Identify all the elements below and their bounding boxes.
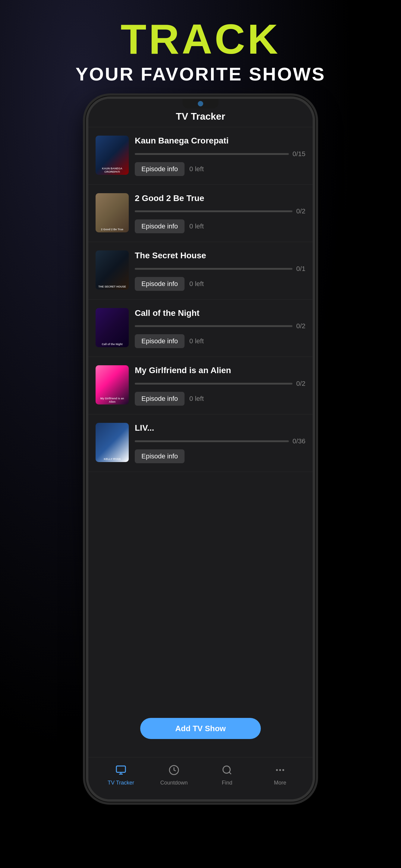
- thumb-label-2good: 2 Good 2 Be True: [97, 228, 127, 231]
- show-thumbnail-alien: My Girlfriend is an Alien: [96, 365, 129, 404]
- show-item-kbc[interactable]: KAUN BANEGA CROREPATI Kaun Banega Crorep…: [88, 127, 313, 185]
- hero-title: TRACK: [0, 18, 401, 60]
- left-label-kbc: 0 left: [189, 165, 204, 173]
- show-name-alien: My Girlfriend is an Alien: [135, 365, 305, 375]
- left-label-2good: 0 left: [189, 222, 204, 230]
- thumb-label-secret: THE SECRET HOUSE: [97, 285, 127, 288]
- progress-row-2good: 0/2: [135, 207, 305, 215]
- progress-row-alien: 0/2: [135, 380, 305, 388]
- episode-row-alien: Episode info 0 left: [135, 392, 305, 406]
- progress-bar-bg-kbc: [135, 153, 289, 155]
- progress-row-live: 0/36: [135, 437, 305, 445]
- show-name-live: LIV...: [135, 423, 305, 433]
- nav-label-countdown: Countdown: [160, 780, 188, 786]
- thumb-label-live: KELLY RYAN: [97, 458, 127, 461]
- show-info-2good: 2 Good 2 Be True 0/2 Episode info 0 left: [135, 193, 305, 234]
- progress-label-secret: 0/1: [296, 265, 305, 273]
- add-tv-show-button[interactable]: Add TV Show: [140, 718, 261, 739]
- thumb-label-alien: My Girlfriend is an Alien: [97, 397, 127, 404]
- nav-label-find: Find: [222, 780, 232, 786]
- progress-label-live: 0/36: [292, 437, 305, 445]
- add-tv-show-label: Add TV Show: [175, 724, 226, 733]
- show-info-live: LIV... 0/36 Episode info: [135, 423, 305, 463]
- svg-point-6: [276, 769, 278, 771]
- show-item-live[interactable]: KELLY RYAN LIV... 0/36 Episode info: [88, 414, 313, 472]
- episode-row-live: Episode info: [135, 450, 305, 463]
- show-item-secret[interactable]: THE SECRET HOUSE The Secret House 0/1 Ep…: [88, 242, 313, 300]
- hero-subtitle: YOUR FAVORITE SHOWS: [0, 63, 401, 85]
- tv-tracker-icon: [116, 765, 126, 777]
- svg-rect-0: [116, 766, 125, 772]
- phone-notch: [182, 99, 219, 108]
- nav-label-tv-tracker: TV Tracker: [107, 780, 134, 786]
- episode-row-call: Episode info 0 left: [135, 334, 305, 348]
- svg-line-5: [229, 772, 231, 774]
- episode-info-btn-secret[interactable]: Episode info: [135, 277, 185, 291]
- hero-section: TRACK YOUR FAVORITE SHOWS: [0, 18, 401, 85]
- progress-bar-bg-call: [135, 325, 292, 327]
- svg-point-4: [223, 766, 230, 773]
- progress-bar-bg-secret: [135, 268, 292, 270]
- progress-row-secret: 0/1: [135, 265, 305, 273]
- progress-bar-bg-alien: [135, 383, 292, 384]
- show-name-secret: The Secret House: [135, 250, 305, 261]
- episode-row-2good: Episode info 0 left: [135, 219, 305, 233]
- progress-label-call: 0/2: [296, 322, 305, 330]
- nav-item-tv-tracker[interactable]: TV Tracker: [94, 765, 148, 786]
- show-item-alien[interactable]: My Girlfriend is an Alien My Girlfriend …: [88, 357, 313, 414]
- show-thumbnail-kbc: KAUN BANEGA CROREPATI: [96, 135, 129, 175]
- show-thumbnail-secret: THE SECRET HOUSE: [96, 250, 129, 290]
- show-name-2good: 2 Good 2 Be True: [135, 193, 305, 204]
- show-thumbnail-call: Call of the Night: [96, 308, 129, 347]
- show-info-secret: The Secret House 0/1 Episode info 0 left: [135, 250, 305, 291]
- show-name-call: Call of the Night: [135, 308, 305, 318]
- progress-label-kbc: 0/15: [292, 150, 305, 158]
- nav-item-more[interactable]: More: [253, 765, 307, 786]
- find-icon: [222, 765, 233, 777]
- more-icon: [275, 765, 285, 777]
- countdown-icon: [168, 765, 179, 777]
- nav-item-countdown[interactable]: Countdown: [148, 765, 201, 786]
- progress-label-2good: 0/2: [296, 207, 305, 215]
- thumb-label-kbc: KAUN BANEGA CROREPATI: [97, 167, 127, 174]
- show-info-call: Call of the Night 0/2 Episode info 0 lef…: [135, 308, 305, 348]
- left-label-call: 0 left: [189, 337, 204, 345]
- phone-screen: TV Tracker KAUN BANEGA CROREPATI Kaun Ba…: [88, 99, 313, 757]
- episode-info-btn-alien[interactable]: Episode info: [135, 392, 185, 406]
- nav-item-find[interactable]: Find: [201, 765, 253, 786]
- show-thumbnail-2good: 2 Good 2 Be True: [96, 193, 129, 232]
- progress-bar-bg-2good: [135, 210, 292, 212]
- episode-info-btn-2good[interactable]: Episode info: [135, 219, 185, 233]
- show-info-kbc: Kaun Banega Crorepati 0/15 Episode info …: [135, 135, 305, 176]
- progress-row-call: 0/2: [135, 322, 305, 330]
- nav-label-more: More: [274, 780, 286, 786]
- show-item-call[interactable]: Call of the Night Call of the Night 0/2 …: [88, 300, 313, 357]
- left-label-alien: 0 left: [189, 395, 204, 403]
- episode-info-btn-live[interactable]: Episode info: [135, 450, 185, 463]
- show-list[interactable]: KAUN BANEGA CROREPATI Kaun Banega Crorep…: [88, 127, 313, 757]
- svg-point-8: [282, 769, 284, 771]
- episode-row-secret: Episode info 0 left: [135, 277, 305, 291]
- show-name-kbc: Kaun Banega Crorepati: [135, 135, 305, 146]
- episode-info-btn-kbc[interactable]: Episode info: [135, 162, 185, 176]
- bottom-navigation: TV Tracker Countdown Find: [88, 757, 313, 799]
- app-title: TV Tracker: [88, 111, 313, 122]
- thumb-label-call: Call of the Night: [97, 343, 127, 346]
- progress-row-kbc: 0/15: [135, 150, 305, 158]
- progress-bar-bg-live: [135, 440, 289, 442]
- episode-row-kbc: Episode info 0 left: [135, 162, 305, 176]
- svg-point-7: [279, 769, 281, 771]
- progress-label-alien: 0/2: [296, 380, 305, 388]
- show-info-alien: My Girlfriend is an Alien 0/2 Episode in…: [135, 365, 305, 406]
- show-thumbnail-live: KELLY RYAN: [96, 423, 129, 462]
- phone-camera: [198, 101, 203, 106]
- episode-info-btn-call[interactable]: Episode info: [135, 334, 185, 348]
- show-item-2good[interactable]: 2 Good 2 Be True 2 Good 2 Be True 0/2 Ep…: [88, 185, 313, 242]
- phone-frame: TV Tracker KAUN BANEGA CROREPATI Kaun Ba…: [86, 96, 315, 802]
- left-label-secret: 0 left: [189, 280, 204, 288]
